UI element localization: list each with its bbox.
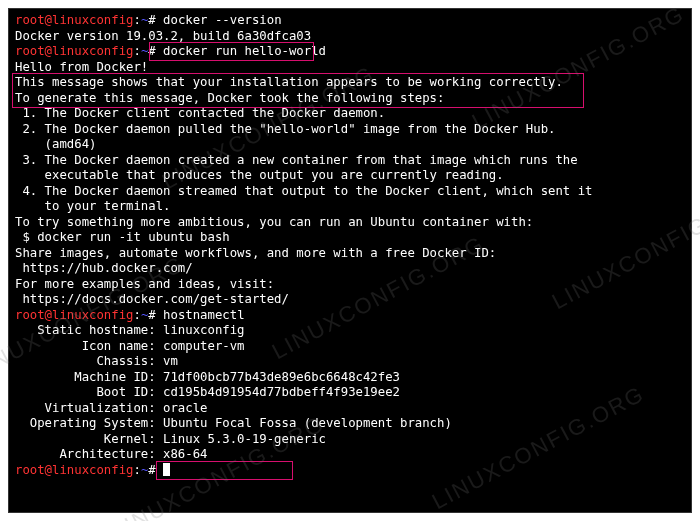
terminal-output: To generate this message, Docker took th… bbox=[15, 91, 685, 107]
hello-line: Hello from Docker! bbox=[15, 60, 685, 76]
prompt-sep: : bbox=[133, 13, 140, 27]
prompt-hash: # bbox=[148, 44, 163, 58]
terminal-output: 1. The Docker client contacted the Docke… bbox=[15, 106, 685, 122]
hostnamectl-output: Chassis: vm bbox=[15, 354, 685, 370]
prompt-sep: : bbox=[133, 44, 140, 58]
hello-line: This message shows that your installatio… bbox=[15, 75, 685, 91]
terminal-output: Docker version 19.03.2, build 6a30dfca03 bbox=[15, 29, 685, 45]
terminal-output: executable that produces the output you … bbox=[15, 168, 685, 184]
terminal-window[interactable]: root@linuxconfig:~# docker --version Doc… bbox=[8, 8, 692, 513]
terminal-output: Share images, automate workflows, and mo… bbox=[15, 246, 685, 262]
terminal-output: 3. The Docker daemon created a new conta… bbox=[15, 153, 685, 169]
hostnamectl-output: Static hostname: linuxconfig bbox=[15, 323, 685, 339]
terminal-output: to your terminal. bbox=[15, 199, 685, 215]
command-text: docker --version bbox=[163, 13, 281, 27]
os-name: Ubuntu Focal Fossa bbox=[163, 416, 296, 430]
terminal-output: 2. The Docker daemon pulled the "hello-w… bbox=[15, 122, 685, 138]
terminal-line: root@linuxconfig:~# docker --version bbox=[15, 13, 685, 29]
hostnamectl-output: Kernel: Linux 5.3.0-19-generic bbox=[15, 432, 685, 448]
terminal-output: https://docs.docker.com/get-started/ bbox=[15, 292, 685, 308]
hostnamectl-os-line: Operating System: Ubuntu Focal Fossa (de… bbox=[15, 416, 685, 432]
os-branch: (development branch) bbox=[296, 416, 451, 430]
os-label: Operating System: bbox=[15, 416, 163, 430]
hostnamectl-output: Boot ID: cd195b4d91954d77bdbeff4f93e19ee… bbox=[15, 385, 685, 401]
hostnamectl-output: Virtualization: oracle bbox=[15, 401, 685, 417]
prompt-user-host: root@linuxconfig bbox=[15, 44, 133, 58]
command-text: hostnamectl bbox=[163, 308, 244, 322]
prompt-user-host: root@linuxconfig bbox=[15, 13, 133, 27]
prompt-sep: : bbox=[133, 308, 140, 322]
terminal-output: To try something more ambitious, you can… bbox=[15, 215, 685, 231]
prompt-user-host: root@linuxconfig bbox=[15, 308, 133, 322]
terminal-output: (amd64) bbox=[15, 137, 685, 153]
terminal-output: $ docker run -it ubuntu bash bbox=[15, 230, 685, 246]
prompt-user-host: root@linuxconfig bbox=[15, 463, 133, 477]
hostnamectl-output: Icon name: computer-vm bbox=[15, 339, 685, 355]
terminal-output: For more examples and ideas, visit: bbox=[15, 277, 685, 293]
prompt-hash: # bbox=[148, 308, 163, 322]
hostnamectl-output: Architecture: x86-64 bbox=[15, 447, 685, 463]
prompt-sep: : bbox=[133, 463, 140, 477]
terminal-line: root@linuxconfig:~# hostnamectl bbox=[15, 308, 685, 324]
hostnamectl-output: Machine ID: 71df00bcb77b43de89e6bc6648c4… bbox=[15, 370, 685, 386]
prompt-hash: # bbox=[148, 463, 163, 477]
terminal-prompt-idle[interactable]: root@linuxconfig:~# bbox=[15, 463, 685, 479]
terminal-output: https://hub.docker.com/ bbox=[15, 261, 685, 277]
cursor-block bbox=[163, 463, 170, 476]
terminal-output: 4. The Docker daemon streamed that outpu… bbox=[15, 184, 685, 200]
terminal-line: root@linuxconfig:~# docker run hello-wor… bbox=[15, 44, 685, 60]
command-text: docker run hello-world bbox=[163, 44, 326, 58]
prompt-hash: # bbox=[148, 13, 163, 27]
